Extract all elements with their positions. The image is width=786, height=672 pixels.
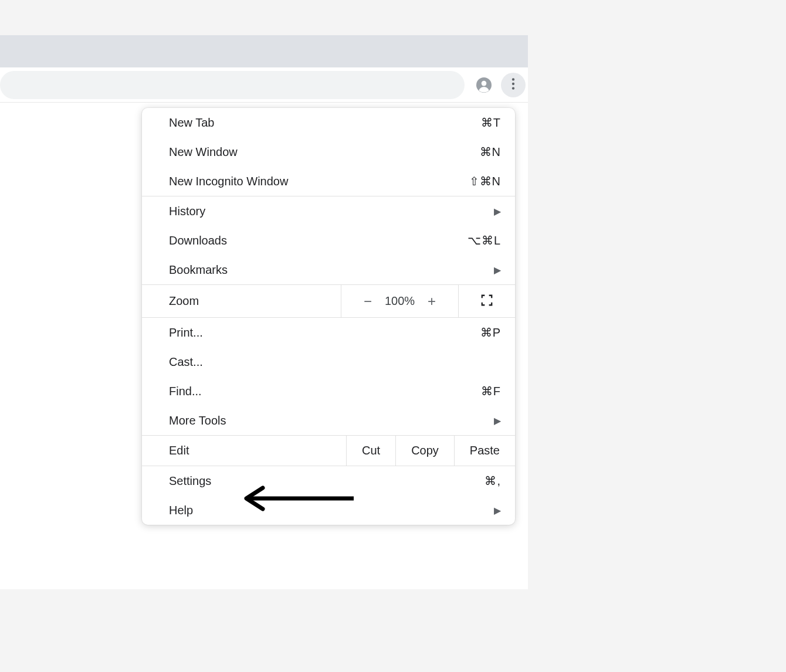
three-dots-icon [506,76,521,94]
chevron-right-icon: ▶ [494,415,501,426]
overflow-menu-button[interactable] [501,73,526,97]
svg-point-5 [512,87,514,89]
menu-item-more-tools[interactable]: More Tools ▶ [142,406,515,435]
menu-item-edit: Edit Cut Copy Paste [142,436,515,466]
paste-button[interactable]: Paste [455,436,515,466]
menu-item-find[interactable]: Find... ⌘F [142,376,515,406]
svg-point-2 [482,80,487,86]
menu-label: Find... [169,385,481,398]
chevron-right-icon: ▶ [494,264,501,276]
menu-item-help[interactable]: Help ▶ [142,495,515,525]
menu-shortcut: ⌘P [480,325,501,340]
tab-strip [0,35,528,67]
zoom-in-button[interactable]: + [428,293,436,310]
omnibox[interactable] [0,71,465,99]
cut-button[interactable]: Cut [347,436,396,466]
menu-shortcut: ⌘F [481,384,501,398]
menu-label: Downloads [169,234,467,247]
svg-point-4 [512,82,514,84]
menu-label: Zoom [169,294,199,308]
menu-label: Settings [169,474,485,488]
browser-toolbar [0,67,528,103]
fullscreen-icon [480,294,493,309]
menu-item-downloads[interactable]: Downloads ⌥⌘L [142,226,515,255]
menu-item-new-tab[interactable]: New Tab ⌘T [142,108,515,137]
menu-shortcut: ⌘, [485,474,501,488]
menu-label: Bookmarks [169,263,494,277]
copy-button[interactable]: Copy [396,436,455,466]
zoom-out-button[interactable]: − [364,293,372,310]
menu-label: Help [169,504,494,517]
menu-label: More Tools [169,414,494,427]
menu-label: New Window [169,145,480,159]
menu-shortcut: ⇧⌘N [469,174,501,188]
chevron-right-icon: ▶ [494,206,501,217]
menu-shortcut: ⌘T [481,116,501,130]
menu-shortcut: ⌥⌘L [467,233,501,247]
menu-item-new-window[interactable]: New Window ⌘N [142,137,515,167]
menu-label: New Tab [169,116,481,130]
overflow-menu: New Tab ⌘T New Window ⌘N New Incognito W… [142,108,515,525]
menu-label: History [169,205,494,218]
chevron-right-icon: ▶ [494,505,501,516]
menu-item-bookmarks[interactable]: Bookmarks ▶ [142,255,515,284]
menu-item-new-incognito[interactable]: New Incognito Window ⇧⌘N [142,167,515,196]
zoom-value: 100% [385,294,415,308]
menu-item-settings[interactable]: Settings ⌘, [142,466,515,495]
profile-button[interactable] [472,73,496,97]
menu-label: New Incognito Window [169,175,469,188]
menu-item-history[interactable]: History ▶ [142,196,515,226]
menu-label: Cast... [169,355,501,369]
menu-item-cast[interactable]: Cast... [142,347,515,376]
menu-label: Print... [169,326,480,340]
menu-item-print[interactable]: Print... ⌘P [142,318,515,347]
fullscreen-button[interactable] [459,285,515,317]
menu-label: Edit [169,444,189,457]
menu-shortcut: ⌘N [480,145,501,159]
menu-item-zoom: Zoom − 100% + [142,285,515,318]
svg-point-3 [512,78,514,80]
